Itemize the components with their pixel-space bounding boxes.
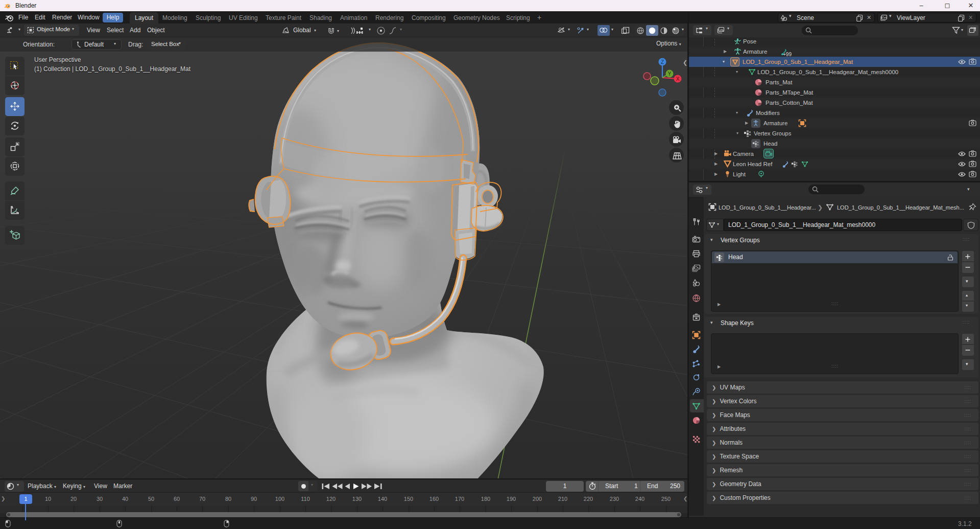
svg-text:X: X bbox=[676, 76, 680, 82]
svg-text:Y: Y bbox=[668, 71, 672, 77]
svg-text:Z: Z bbox=[661, 59, 664, 65]
